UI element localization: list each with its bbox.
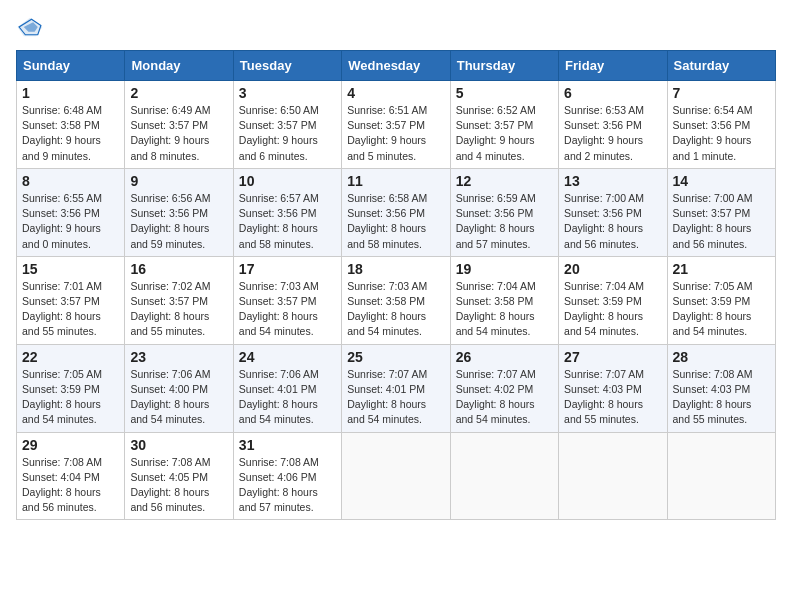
calendar-week-row: 15Sunrise: 7:01 AM Sunset: 3:57 PM Dayli… <box>17 256 776 344</box>
day-info: Sunrise: 6:59 AM Sunset: 3:56 PM Dayligh… <box>456 191 553 252</box>
calendar-cell: 5Sunrise: 6:52 AM Sunset: 3:57 PM Daylig… <box>450 81 558 169</box>
day-number: 19 <box>456 261 553 277</box>
day-number: 21 <box>673 261 770 277</box>
column-header-thursday: Thursday <box>450 51 558 81</box>
day-number: 31 <box>239 437 336 453</box>
day-info: Sunrise: 7:07 AM Sunset: 4:01 PM Dayligh… <box>347 367 444 428</box>
calendar-cell: 17Sunrise: 7:03 AM Sunset: 3:57 PM Dayli… <box>233 256 341 344</box>
calendar-cell: 29Sunrise: 7:08 AM Sunset: 4:04 PM Dayli… <box>17 432 125 520</box>
calendar-cell <box>342 432 450 520</box>
calendar-cell: 27Sunrise: 7:07 AM Sunset: 4:03 PM Dayli… <box>559 344 667 432</box>
calendar-week-row: 22Sunrise: 7:05 AM Sunset: 3:59 PM Dayli… <box>17 344 776 432</box>
calendar-cell <box>667 432 775 520</box>
day-info: Sunrise: 6:52 AM Sunset: 3:57 PM Dayligh… <box>456 103 553 164</box>
day-number: 12 <box>456 173 553 189</box>
calendar-header-row: SundayMondayTuesdayWednesdayThursdayFrid… <box>17 51 776 81</box>
column-header-sunday: Sunday <box>17 51 125 81</box>
day-number: 20 <box>564 261 661 277</box>
calendar-cell: 2Sunrise: 6:49 AM Sunset: 3:57 PM Daylig… <box>125 81 233 169</box>
day-info: Sunrise: 7:08 AM Sunset: 4:03 PM Dayligh… <box>673 367 770 428</box>
day-number: 9 <box>130 173 227 189</box>
calendar-cell: 16Sunrise: 7:02 AM Sunset: 3:57 PM Dayli… <box>125 256 233 344</box>
day-number: 16 <box>130 261 227 277</box>
day-info: Sunrise: 6:49 AM Sunset: 3:57 PM Dayligh… <box>130 103 227 164</box>
calendar-cell: 22Sunrise: 7:05 AM Sunset: 3:59 PM Dayli… <box>17 344 125 432</box>
day-number: 27 <box>564 349 661 365</box>
calendar-week-row: 1Sunrise: 6:48 AM Sunset: 3:58 PM Daylig… <box>17 81 776 169</box>
day-number: 2 <box>130 85 227 101</box>
calendar-cell: 21Sunrise: 7:05 AM Sunset: 3:59 PM Dayli… <box>667 256 775 344</box>
day-number: 7 <box>673 85 770 101</box>
day-info: Sunrise: 7:04 AM Sunset: 3:59 PM Dayligh… <box>564 279 661 340</box>
calendar-cell: 18Sunrise: 7:03 AM Sunset: 3:58 PM Dayli… <box>342 256 450 344</box>
calendar-cell: 30Sunrise: 7:08 AM Sunset: 4:05 PM Dayli… <box>125 432 233 520</box>
logo <box>16 16 48 38</box>
day-number: 22 <box>22 349 119 365</box>
day-info: Sunrise: 6:53 AM Sunset: 3:56 PM Dayligh… <box>564 103 661 164</box>
day-number: 15 <box>22 261 119 277</box>
day-info: Sunrise: 6:58 AM Sunset: 3:56 PM Dayligh… <box>347 191 444 252</box>
calendar-cell: 10Sunrise: 6:57 AM Sunset: 3:56 PM Dayli… <box>233 168 341 256</box>
calendar-cell: 25Sunrise: 7:07 AM Sunset: 4:01 PM Dayli… <box>342 344 450 432</box>
day-number: 10 <box>239 173 336 189</box>
calendar-cell: 6Sunrise: 6:53 AM Sunset: 3:56 PM Daylig… <box>559 81 667 169</box>
column-header-wednesday: Wednesday <box>342 51 450 81</box>
day-info: Sunrise: 7:07 AM Sunset: 4:03 PM Dayligh… <box>564 367 661 428</box>
logo-icon <box>16 16 44 38</box>
day-info: Sunrise: 6:50 AM Sunset: 3:57 PM Dayligh… <box>239 103 336 164</box>
calendar-cell: 8Sunrise: 6:55 AM Sunset: 3:56 PM Daylig… <box>17 168 125 256</box>
day-info: Sunrise: 6:56 AM Sunset: 3:56 PM Dayligh… <box>130 191 227 252</box>
day-number: 6 <box>564 85 661 101</box>
calendar-body: 1Sunrise: 6:48 AM Sunset: 3:58 PM Daylig… <box>17 81 776 520</box>
day-number: 11 <box>347 173 444 189</box>
day-info: Sunrise: 6:51 AM Sunset: 3:57 PM Dayligh… <box>347 103 444 164</box>
day-info: Sunrise: 7:00 AM Sunset: 3:57 PM Dayligh… <box>673 191 770 252</box>
day-number: 3 <box>239 85 336 101</box>
day-info: Sunrise: 7:04 AM Sunset: 3:58 PM Dayligh… <box>456 279 553 340</box>
day-info: Sunrise: 7:01 AM Sunset: 3:57 PM Dayligh… <box>22 279 119 340</box>
column-header-friday: Friday <box>559 51 667 81</box>
day-number: 17 <box>239 261 336 277</box>
day-number: 24 <box>239 349 336 365</box>
day-info: Sunrise: 7:05 AM Sunset: 3:59 PM Dayligh… <box>673 279 770 340</box>
calendar-cell: 1Sunrise: 6:48 AM Sunset: 3:58 PM Daylig… <box>17 81 125 169</box>
day-number: 18 <box>347 261 444 277</box>
day-number: 29 <box>22 437 119 453</box>
calendar-cell: 7Sunrise: 6:54 AM Sunset: 3:56 PM Daylig… <box>667 81 775 169</box>
calendar-week-row: 8Sunrise: 6:55 AM Sunset: 3:56 PM Daylig… <box>17 168 776 256</box>
day-info: Sunrise: 7:08 AM Sunset: 4:04 PM Dayligh… <box>22 455 119 516</box>
calendar-cell: 9Sunrise: 6:56 AM Sunset: 3:56 PM Daylig… <box>125 168 233 256</box>
day-info: Sunrise: 6:54 AM Sunset: 3:56 PM Dayligh… <box>673 103 770 164</box>
day-number: 26 <box>456 349 553 365</box>
day-number: 30 <box>130 437 227 453</box>
calendar-cell: 15Sunrise: 7:01 AM Sunset: 3:57 PM Dayli… <box>17 256 125 344</box>
day-info: Sunrise: 7:03 AM Sunset: 3:57 PM Dayligh… <box>239 279 336 340</box>
calendar-cell: 13Sunrise: 7:00 AM Sunset: 3:56 PM Dayli… <box>559 168 667 256</box>
page-header <box>16 16 776 38</box>
day-number: 23 <box>130 349 227 365</box>
calendar-cell: 3Sunrise: 6:50 AM Sunset: 3:57 PM Daylig… <box>233 81 341 169</box>
calendar-cell: 4Sunrise: 6:51 AM Sunset: 3:57 PM Daylig… <box>342 81 450 169</box>
calendar-table: SundayMondayTuesdayWednesdayThursdayFrid… <box>16 50 776 520</box>
day-info: Sunrise: 6:57 AM Sunset: 3:56 PM Dayligh… <box>239 191 336 252</box>
calendar-cell: 24Sunrise: 7:06 AM Sunset: 4:01 PM Dayli… <box>233 344 341 432</box>
day-number: 28 <box>673 349 770 365</box>
day-info: Sunrise: 7:00 AM Sunset: 3:56 PM Dayligh… <box>564 191 661 252</box>
calendar-cell: 12Sunrise: 6:59 AM Sunset: 3:56 PM Dayli… <box>450 168 558 256</box>
day-number: 8 <box>22 173 119 189</box>
day-info: Sunrise: 7:05 AM Sunset: 3:59 PM Dayligh… <box>22 367 119 428</box>
day-number: 4 <box>347 85 444 101</box>
day-number: 13 <box>564 173 661 189</box>
calendar-cell: 20Sunrise: 7:04 AM Sunset: 3:59 PM Dayli… <box>559 256 667 344</box>
column-header-monday: Monday <box>125 51 233 81</box>
calendar-cell: 28Sunrise: 7:08 AM Sunset: 4:03 PM Dayli… <box>667 344 775 432</box>
calendar-week-row: 29Sunrise: 7:08 AM Sunset: 4:04 PM Dayli… <box>17 432 776 520</box>
calendar-cell: 11Sunrise: 6:58 AM Sunset: 3:56 PM Dayli… <box>342 168 450 256</box>
calendar-cell <box>450 432 558 520</box>
day-number: 1 <box>22 85 119 101</box>
day-info: Sunrise: 7:06 AM Sunset: 4:01 PM Dayligh… <box>239 367 336 428</box>
day-info: Sunrise: 7:02 AM Sunset: 3:57 PM Dayligh… <box>130 279 227 340</box>
day-info: Sunrise: 7:07 AM Sunset: 4:02 PM Dayligh… <box>456 367 553 428</box>
day-number: 14 <box>673 173 770 189</box>
column-header-saturday: Saturday <box>667 51 775 81</box>
